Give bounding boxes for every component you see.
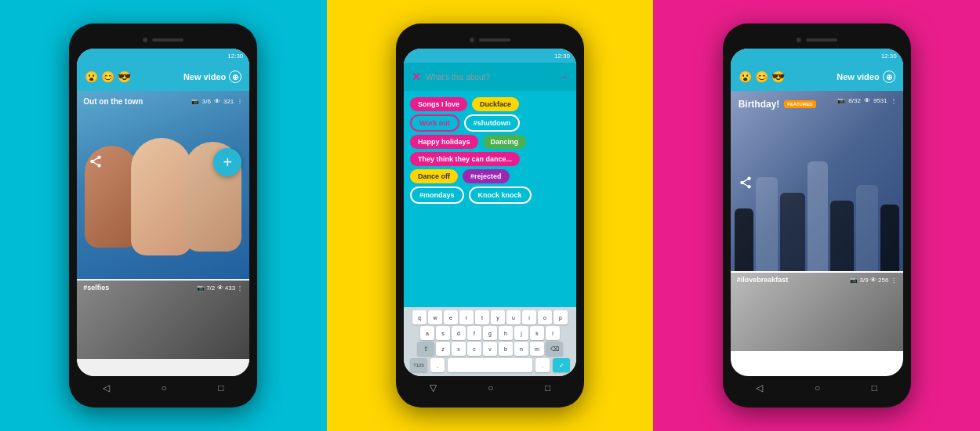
breakfast-card[interactable]: #ilovebreakfast 📷 3/9 👁 256 ⋮ [731, 273, 903, 351]
new-video-icon[interactable]: ⊕ [229, 71, 241, 83]
person-sil-5 [830, 201, 854, 271]
more-icon[interactable]: ⋮ [237, 98, 243, 105]
key-delete[interactable]: ⌫ [546, 342, 563, 356]
tag-dancing[interactable]: Dancing [483, 135, 527, 149]
key-shift[interactable]: ⇧ [417, 342, 434, 356]
more-icon-3[interactable]: ⋮ [891, 97, 897, 104]
background-panel-3: 12:30 😮 😊 😎 New video ⊕ Birthday! [653, 0, 980, 431]
key-h[interactable]: h [499, 326, 513, 340]
key-e[interactable]: e [444, 310, 458, 324]
nav-back-3[interactable]: ◁ [756, 382, 763, 393]
tag-rejected[interactable]: #rejected [463, 169, 510, 183]
tag-shutdown[interactable]: #shutdown [464, 114, 521, 132]
header-title-1[interactable]: New video ⊕ [183, 71, 241, 83]
share-button-1[interactable] [85, 150, 107, 172]
key-x[interactable]: x [452, 342, 466, 356]
person-sil-7 [880, 205, 899, 271]
person-face-2 [131, 138, 192, 255]
key-k[interactable]: k [530, 326, 544, 340]
tag-row-1: Songs I love Duckface [410, 97, 570, 111]
selfies-stats: 📷 7/2 👁 433 ⋮ [197, 284, 243, 292]
tag-mondays[interactable]: #mondays [410, 187, 464, 204]
tag-row-6: #mondays Knock knock [410, 187, 570, 204]
key-space[interactable] [448, 358, 532, 372]
search-submit-button[interactable]: → [557, 71, 568, 83]
nav-back-2[interactable]: ▽ [430, 382, 437, 393]
nav-recent-2[interactable]: □ [545, 382, 550, 393]
emoji-3: 😎 [118, 71, 131, 83]
status-time-3: 12:30 [881, 53, 897, 60]
tag-songs-i-love[interactable]: Songs I love [410, 97, 467, 111]
keyboard-row-2: a s d f g h j k l [405, 326, 575, 340]
key-u[interactable]: u [506, 310, 521, 324]
key-w[interactable]: w [428, 310, 442, 324]
video-card-main[interactable]: Out on the town 📷 3/6 👁 321 ⋮ [77, 91, 249, 279]
key-f[interactable]: f [467, 326, 481, 340]
views-icon-3: 👁 [864, 97, 870, 104]
tag-row-4: They think they can dance... [410, 152, 570, 166]
tag-knock-knock[interactable]: Knock knock [469, 187, 532, 204]
tag-happy-holidays[interactable]: Happy holidays [410, 135, 478, 149]
nav-recent-3[interactable]: □ [872, 382, 877, 393]
phone-top-bar [77, 31, 249, 49]
video-card-selfies[interactable]: #selfies 📷 7/2 👁 433 ⋮ [77, 281, 249, 359]
key-d[interactable]: d [452, 326, 466, 340]
video-stats-1: 📷 3/6 👁 321 ⋮ [191, 98, 243, 105]
video-title-1: Out on the town [83, 97, 143, 106]
key-z[interactable]: z [436, 342, 450, 356]
search-field[interactable]: What's this about? [426, 73, 553, 81]
key-j[interactable]: j [514, 326, 528, 340]
views-icon: 👁 [214, 98, 220, 105]
key-r[interactable]: r [459, 310, 474, 324]
nav-home-3[interactable]: ○ [815, 382, 820, 393]
nav-back-1[interactable]: ◁ [103, 382, 110, 393]
tag-duckface[interactable]: Duckface [472, 97, 519, 111]
new-video-icon-3[interactable]: ⊕ [883, 71, 895, 83]
header-title-3[interactable]: New video ⊕ [837, 71, 895, 83]
featured-badge: FEATURED [784, 100, 815, 108]
key-enter[interactable]: ✓ [553, 358, 570, 372]
breakfast-meta: #ilovebreakfast 📷 3/9 👁 256 ⋮ [737, 276, 897, 284]
share-button-3[interactable] [739, 176, 753, 192]
key-i[interactable]: i [522, 310, 536, 324]
tag-work-out[interactable]: Work out [410, 114, 459, 132]
key-m[interactable]: m [530, 342, 544, 356]
key-period[interactable]: . [535, 358, 550, 372]
emoji-1: 😮 [85, 71, 98, 83]
background-panel-2: 12:30 ✕ What's this about? → Songs I lov… [327, 0, 654, 431]
camera-dot [143, 38, 147, 42]
keyboard[interactable]: q w e r t y u i o p a s d f g h [404, 307, 576, 376]
search-header: ✕ What's this about? → [404, 63, 576, 91]
key-q[interactable]: q [412, 310, 426, 324]
crowd-area [731, 130, 903, 271]
breakfast-stats: 📷 3/9 👁 256 ⋮ [850, 277, 896, 284]
key-n[interactable]: n [514, 342, 528, 356]
tag-they-think[interactable]: They think they can dance... [410, 152, 520, 166]
keyboard-row-1: q w e r t y u i o p [405, 310, 575, 324]
emoji-3-1: 😮 [739, 71, 752, 83]
person-sil-1 [735, 208, 753, 271]
key-g[interactable]: g [483, 326, 497, 340]
key-y[interactable]: y [491, 310, 505, 324]
close-search-button[interactable]: ✕ [412, 71, 421, 83]
key-numbers[interactable]: ?123 [410, 358, 427, 372]
nav-home-1[interactable]: ○ [162, 382, 167, 393]
key-c[interactable]: c [467, 342, 481, 356]
key-s[interactable]: s [436, 326, 450, 340]
key-b[interactable]: b [499, 342, 513, 356]
nav-recent-1[interactable]: □ [218, 382, 223, 393]
phone-1: 12:30 😮 😊 😎 New video ⊕ Out [69, 24, 257, 407]
key-comma[interactable]: , [430, 358, 445, 372]
nav-home-2[interactable]: ○ [488, 382, 493, 393]
birthday-card[interactable]: Birthday! FEATURED 📷 8/32 👁 9531 ⋮ [731, 91, 903, 271]
key-v[interactable]: v [483, 342, 497, 356]
person-sil-6 [856, 185, 878, 271]
selfies-label: #selfies [83, 284, 109, 292]
tag-dance-off[interactable]: Dance off [410, 169, 458, 183]
key-t[interactable]: t [475, 310, 489, 324]
key-l[interactable]: l [546, 326, 560, 340]
phone-screen-1: 12:30 😮 😊 😎 New video ⊕ Out [77, 49, 249, 376]
key-a[interactable]: a [420, 326, 434, 340]
key-p[interactable]: p [554, 310, 568, 324]
key-o[interactable]: o [538, 310, 552, 324]
